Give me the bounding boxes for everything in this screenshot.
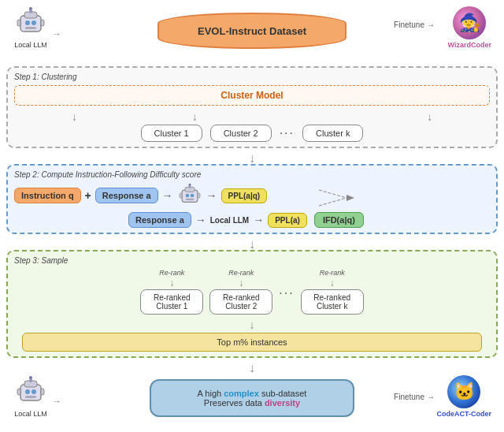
svg-rect-25 (25, 396, 36, 398)
svg-point-2 (25, 20, 30, 25)
response1-label: Response a (102, 191, 151, 200)
cluster-model-text: Cluster Model (220, 90, 283, 101)
step1-box: Step 1: Clustering Cluster Model ↓ ↓ ↓ C… (6, 66, 498, 148)
sub-dataset-box: A high complex sub-dataset Preserves dat… (150, 379, 354, 417)
response-pill1: Response a (95, 188, 158, 203)
cluster1-box: Cluster 1 (141, 125, 202, 142)
svg-rect-6 (41, 20, 44, 26)
reranked-cluster2-box: Re-ranked Cluster 2 (209, 289, 272, 315)
finetune-arrow-bot: Finetune → (394, 393, 435, 401)
arrow2: → (206, 189, 217, 202)
svg-rect-14 (180, 193, 182, 198)
step3-clusterk-col: Re-rank ↓ Re-ranked Cluster k (301, 269, 364, 315)
wizardcoder-label: WizardCoder (448, 41, 491, 49)
svg-rect-26 (17, 389, 20, 395)
step3-box: Step 3: Sample Re-rank ↓ Re-ranked Clust… (6, 250, 498, 358)
diversity-text: diversity (265, 398, 300, 408)
bottom-section: Local LLM → A high complex sub-dataset P… (6, 375, 498, 423)
svg-rect-27 (41, 389, 44, 395)
svg-point-17 (188, 184, 191, 186)
connector-3-bottom: ↓ (6, 361, 498, 375)
clusterk-label: Cluster k (316, 128, 350, 138)
top-section: Local LLM → EVOL-Instruct Dataset Finetu… (6, 6, 498, 61)
svg-rect-5 (17, 20, 20, 26)
cluster1-label: Cluster 1 (154, 128, 189, 138)
svg-marker-20 (346, 195, 354, 201)
robot-icon-bot (14, 375, 47, 408)
wizard-coder: 🧙 WizardCoder (448, 6, 491, 49)
top-m-bar: Top m% instances (22, 333, 482, 352)
svg-rect-15 (197, 193, 199, 198)
ppl-box: PPL(a) (268, 213, 307, 228)
complex-text: complex (224, 389, 259, 398)
finetune-label-bot: Finetune (394, 393, 424, 401)
wizard-icon: 🧙 (453, 6, 486, 39)
plus-sign: + (85, 189, 91, 202)
evol-dataset-label: EVOL-Instruct Dataset (198, 25, 306, 37)
sub-dataset-line2: Preserves data diversity (204, 398, 300, 408)
svg-point-23 (25, 389, 30, 394)
arrow1: → (162, 189, 173, 202)
instruction-label: Instruction q (21, 191, 74, 200)
response2-label: Response a (135, 215, 184, 225)
ppl-cond-label: PPL(a|q) (228, 192, 261, 200)
local-llm-mid-label: Local LLM (210, 216, 249, 225)
local-llm-bot: Local LLM (14, 375, 47, 418)
finetune-label-top: Finetune (394, 20, 424, 29)
cluster-arrows: ↓ ↓ ↓ (14, 110, 490, 123)
step2-right: IFD(a|q) (314, 184, 364, 228)
sub-dataset-line1: A high complex sub-dataset (198, 389, 307, 398)
step2-label: Step 2: Compute Instruction-Following Di… (14, 170, 490, 179)
ppl-cond-box: PPL(a|q) (221, 188, 268, 203)
response-pill2: Response a (128, 212, 191, 228)
arrow4: → (253, 214, 264, 226)
svg-line-18 (319, 190, 346, 198)
reranked-clusterk-box: Re-ranked Cluster k (301, 289, 364, 315)
ifd-box: IFD(a|q) (314, 212, 364, 228)
step1-dots: ··· (280, 126, 295, 140)
diagram: Local LLM → EVOL-Instruct Dataset Finetu… (0, 0, 504, 432)
rerank1-label: Re-rank (159, 269, 184, 277)
instruction-pill: Instruction q (14, 188, 81, 203)
finetune-arrow-top: Finetune → (394, 20, 435, 29)
step3-dots: ··· (279, 269, 294, 300)
cluster2-box: Cluster 2 (210, 125, 272, 142)
local-llm-top-label: Local LLM (14, 41, 47, 49)
codeact-coder: 🐱 CodeACT-Coder (437, 375, 492, 418)
formula-row1: Instruction q + Response a → (14, 183, 307, 208)
svg-point-3 (32, 20, 36, 25)
reranked-clusterk-label: Re-ranked Cluster k (313, 293, 350, 311)
clusters-row: Cluster 1 Cluster 2 ··· Cluster k (14, 125, 490, 142)
reranked-cluster1-label: Re-ranked Cluster 1 (154, 293, 191, 311)
robot-icon-top (14, 6, 47, 39)
ifd-label: IFD(a|q) (323, 215, 355, 225)
evol-dataset: EVOL-Instruct Dataset (158, 13, 346, 49)
top-m-label: Top m% instances (217, 337, 287, 347)
clusterk-box: Cluster k (302, 125, 363, 142)
step3-down-arrows: ↓ (14, 318, 490, 331)
ppl-label: PPL(a) (275, 216, 300, 225)
step1-label: Step 1: Clustering (14, 73, 490, 81)
local-llm-bot-label: Local LLM (14, 410, 47, 418)
arrow-bot-llm-dataset: → (52, 396, 61, 407)
step2-content: Instruction q + Response a → (14, 183, 490, 228)
arrow-llm-dataset: → (52, 28, 61, 39)
formula-row2: Response a → Local LLM → PPL(a) (128, 212, 307, 228)
svg-point-12 (190, 194, 194, 198)
reranked-cluster1-box: Re-ranked Cluster 1 (140, 289, 203, 315)
cluster-model-bar: Cluster Model (14, 85, 490, 106)
rerank3-label: Re-rank (320, 269, 345, 277)
rerank2-label: Re-rank (228, 269, 254, 277)
ifd-arrows (319, 184, 358, 212)
reranked-cluster2-label: Re-ranked Cluster 2 (223, 293, 260, 311)
step3-clusters-row: Re-rank ↓ Re-ranked Cluster 1 Re-rank ↓ … (14, 269, 490, 315)
svg-rect-4 (25, 27, 36, 29)
arrow3: → (195, 214, 206, 226)
codeact-icon: 🐱 (447, 375, 480, 408)
step3-cluster2-col: Re-rank ↓ Re-ranked Cluster 2 (209, 269, 272, 315)
step2-box: Step 2: Compute Instruction-Following Di… (6, 164, 498, 234)
codeact-label: CodeACT-Coder (437, 410, 492, 418)
svg-point-8 (29, 7, 32, 10)
svg-rect-13 (185, 199, 194, 200)
svg-point-29 (29, 376, 32, 379)
